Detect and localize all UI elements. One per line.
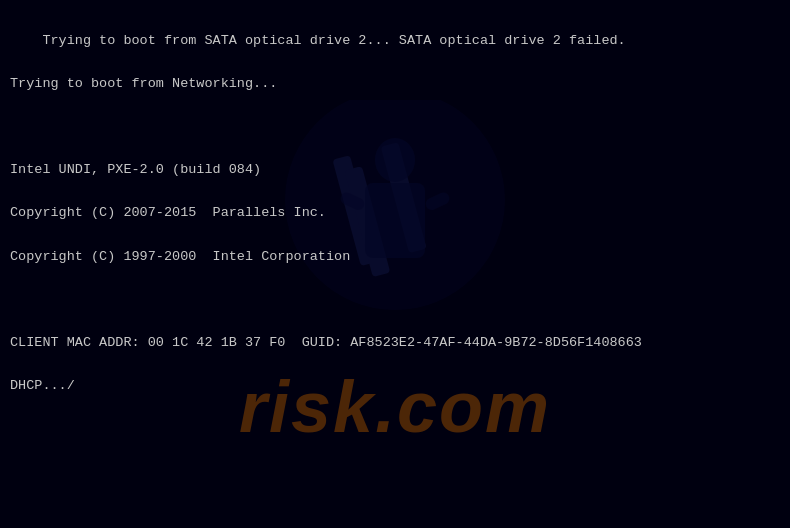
terminal-output: Trying to boot from SATA optical drive 2… bbox=[0, 0, 652, 426]
terminal-line-1: Trying to boot from SATA optical drive 2… bbox=[42, 33, 625, 48]
terminal-screen: risk.com Trying to boot from SATA optica… bbox=[0, 0, 790, 528]
terminal-line-9: DHCP.../ bbox=[10, 378, 75, 393]
terminal-line-4: Intel UNDI, PXE-2.0 (build 084) bbox=[10, 162, 261, 177]
terminal-line-2: Trying to boot from Networking... bbox=[10, 76, 277, 91]
terminal-line-5: Copyright (C) 2007-2015 Parallels Inc. bbox=[10, 205, 326, 220]
terminal-line-8: CLIENT MAC ADDR: 00 1C 42 1B 37 F0 GUID:… bbox=[10, 335, 642, 350]
terminal-line-6: Copyright (C) 1997-2000 Intel Corporatio… bbox=[10, 249, 350, 264]
